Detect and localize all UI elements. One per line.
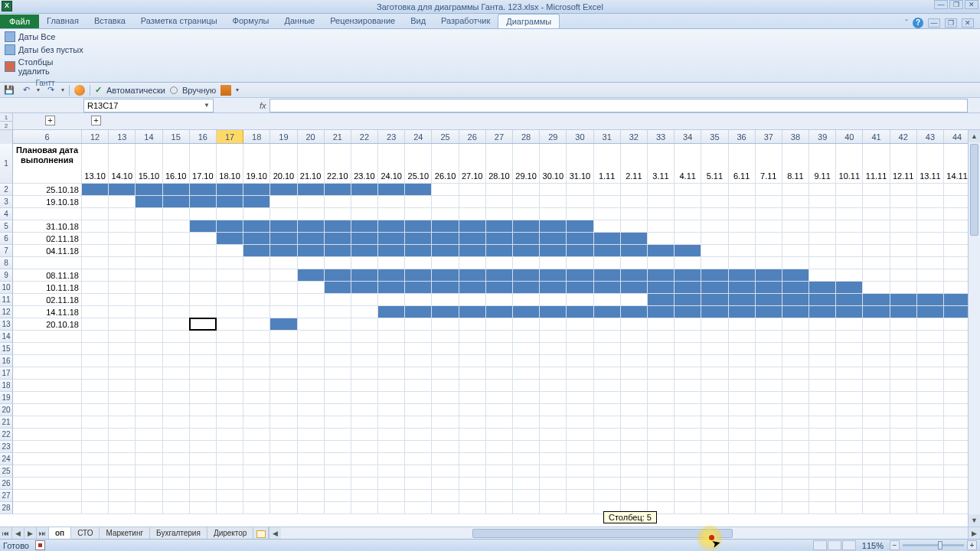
cell[interactable]: [836, 416, 863, 429]
cell[interactable]: [729, 465, 756, 478]
cell[interactable]: [136, 490, 162, 502]
cell[interactable]: [136, 208, 162, 220]
cell[interactable]: [729, 355, 756, 367]
column-header[interactable]: 25: [432, 130, 459, 143]
cell[interactable]: [782, 208, 809, 220]
cell[interactable]: [325, 416, 351, 429]
cell[interactable]: [82, 196, 109, 208]
cell[interactable]: [217, 502, 243, 514]
cell[interactable]: [82, 429, 109, 441]
cell[interactable]: [729, 208, 756, 220]
cell[interactable]: [109, 306, 136, 318]
cell[interactable]: [621, 306, 648, 318]
cell[interactable]: [163, 245, 190, 257]
cell[interactable]: [863, 196, 890, 208]
cell[interactable]: [190, 208, 217, 220]
column-header[interactable]: 43: [917, 130, 944, 143]
cell[interactable]: [190, 453, 217, 465]
cell[interactable]: [136, 245, 162, 257]
cell[interactable]: [540, 416, 567, 429]
cell[interactable]: [13, 404, 82, 416]
cell[interactable]: [513, 429, 540, 441]
cell[interactable]: [325, 502, 351, 514]
cell[interactable]: [756, 490, 782, 502]
cell[interactable]: [486, 380, 513, 392]
cell[interactable]: [325, 441, 351, 453]
cell[interactable]: [270, 331, 297, 343]
select-all-corner[interactable]: [0, 130, 13, 144]
cell[interactable]: [432, 294, 459, 306]
cell[interactable]: [378, 441, 405, 453]
cell[interactable]: [890, 343, 917, 355]
cell[interactable]: [405, 331, 432, 343]
cell[interactable]: [298, 208, 325, 220]
cell[interactable]: [109, 331, 136, 343]
cell[interactable]: [109, 453, 136, 465]
cell[interactable]: [190, 441, 217, 453]
tab-Разработчик[interactable]: Разработчик: [433, 14, 498, 28]
cell[interactable]: [729, 478, 756, 490]
workbook-restore-button[interactable]: ❐: [945, 18, 957, 28]
cell[interactable]: [701, 441, 728, 453]
cell[interactable]: [459, 269, 486, 282]
cell[interactable]: [648, 343, 675, 355]
cell[interactable]: [243, 478, 270, 490]
cell[interactable]: [378, 220, 405, 233]
view-pagebreak-button[interactable]: [842, 540, 856, 550]
cell[interactable]: 29.10: [513, 144, 540, 184]
cell[interactable]: [459, 502, 486, 514]
cell[interactable]: [701, 220, 728, 233]
cell[interactable]: [701, 343, 728, 355]
cell[interactable]: [944, 220, 971, 233]
cell[interactable]: [567, 343, 593, 355]
cell[interactable]: [378, 380, 405, 392]
cell[interactable]: [782, 294, 809, 306]
row-header[interactable]: 9: [0, 269, 13, 282]
cell[interactable]: [594, 257, 621, 269]
cell[interactable]: [944, 331, 971, 343]
cell[interactable]: [540, 441, 567, 453]
cell[interactable]: [378, 233, 405, 245]
cell[interactable]: [325, 184, 351, 196]
cell[interactable]: [163, 208, 190, 220]
cell[interactable]: [513, 502, 540, 514]
cell[interactable]: [351, 257, 378, 269]
cell[interactable]: [243, 343, 270, 355]
cell[interactable]: [136, 196, 162, 208]
cell[interactable]: [701, 380, 728, 392]
cell[interactable]: [405, 184, 432, 196]
cell[interactable]: [944, 184, 971, 196]
cell[interactable]: [217, 233, 243, 245]
cell[interactable]: [701, 318, 728, 331]
cell[interactable]: [729, 429, 756, 441]
name-box[interactable]: R13C17 ▼: [83, 99, 214, 112]
cell[interactable]: [809, 392, 836, 404]
cell[interactable]: [405, 367, 432, 380]
cell[interactable]: [243, 208, 270, 220]
column-header[interactable]: 39: [809, 130, 836, 143]
cell[interactable]: [82, 416, 109, 429]
cell[interactable]: [243, 318, 270, 331]
cell[interactable]: [136, 355, 162, 367]
cell[interactable]: [567, 416, 593, 429]
cell[interactable]: [351, 294, 378, 306]
cell[interactable]: [432, 233, 459, 245]
cell[interactable]: [298, 245, 325, 257]
cell[interactable]: [486, 282, 513, 294]
cell[interactable]: [351, 269, 378, 282]
cell[interactable]: [540, 355, 567, 367]
cell[interactable]: [567, 184, 593, 196]
cell[interactable]: [432, 429, 459, 441]
cell[interactable]: [944, 245, 971, 257]
cell[interactable]: [917, 294, 944, 306]
column-header[interactable]: 23: [378, 130, 405, 143]
cell[interactable]: [270, 196, 297, 208]
cell[interactable]: [594, 343, 621, 355]
cell[interactable]: [405, 380, 432, 392]
cell[interactable]: [298, 184, 325, 196]
cell[interactable]: [756, 282, 782, 294]
cell[interactable]: [243, 220, 270, 233]
cell[interactable]: [405, 441, 432, 453]
cell[interactable]: [217, 490, 243, 502]
cell[interactable]: [486, 257, 513, 269]
